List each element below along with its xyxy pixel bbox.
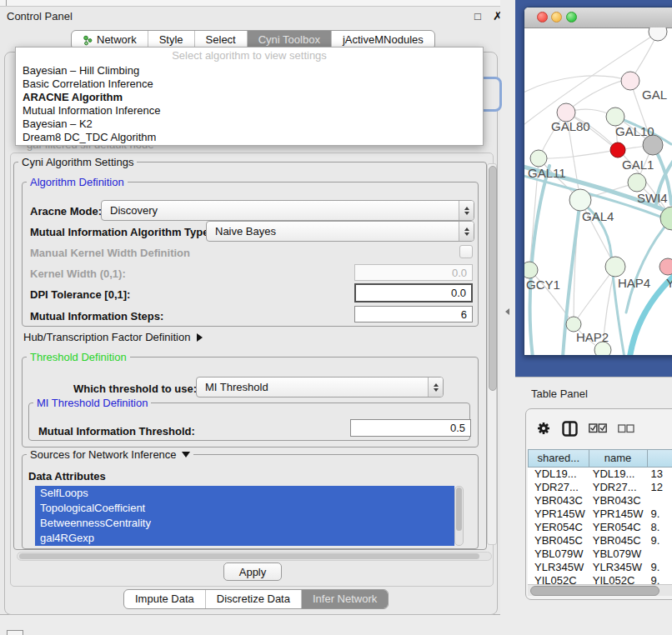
node-label: GAL1 xyxy=(622,158,654,172)
network-edge[interactable] xyxy=(524,76,630,94)
select-checkboxes-icon[interactable] xyxy=(589,423,607,433)
columns-icon[interactable] xyxy=(562,421,578,437)
attribute-item-topologicalcoefficient[interactable]: TopologicalCoefficient xyxy=(35,501,454,516)
node-label: SWI4 xyxy=(637,191,668,205)
table-cell: YER054C xyxy=(589,521,648,534)
network-window-titlebar[interactable] xyxy=(524,8,672,28)
table-cell: YIL052C xyxy=(589,574,648,584)
algorithm-dropdown: Select algorithm to view settings Bayesi… xyxy=(15,47,484,146)
bottom-left-widget[interactable] xyxy=(7,630,23,635)
attributes-scrollbar-thumb[interactable] xyxy=(456,488,462,531)
hub-definition-expander[interactable]: Hub/Transcription Factor Definition xyxy=(23,331,203,343)
network-node[interactable] xyxy=(606,108,624,126)
apply-button[interactable]: Apply xyxy=(223,562,282,581)
table-horizontal-scrollbar[interactable] xyxy=(528,584,672,596)
attributes-scrollbar[interactable] xyxy=(454,486,464,546)
bottom-tab-impute-data[interactable]: Impute Data xyxy=(124,590,205,608)
network-node[interactable] xyxy=(621,72,639,90)
network-node[interactable] xyxy=(569,189,591,211)
attribute-item-selfloops[interactable]: SelfLoops xyxy=(35,486,454,501)
column-header-extra[interactable] xyxy=(648,449,672,468)
algorithm-option-bayesian-k2[interactable]: Bayesian – K2 xyxy=(16,118,483,131)
kernel-width-field[interactable]: 0.0 xyxy=(354,264,473,281)
bottom-tab-infer-network[interactable]: Infer Network xyxy=(301,590,388,608)
table-cell: YPR145W xyxy=(589,508,648,521)
algorithm-option-dream8-dc-tdc-algorithm[interactable]: Dream8 DC_TDC Algorithm xyxy=(16,131,483,144)
aracne-mode-value: Discovery xyxy=(102,204,459,217)
network-node[interactable] xyxy=(610,142,625,158)
table-row[interactable]: YER054CYER054C8. xyxy=(528,521,672,534)
algorithm-options-list: Bayesian – Hill ClimbingBasic Correlatio… xyxy=(16,64,483,144)
attribute-item-betweennesscentrality[interactable]: BetweennessCentrality xyxy=(35,516,454,531)
network-node[interactable] xyxy=(605,257,625,277)
table-row[interactable]: YDR27...YDR27...12 xyxy=(528,481,672,494)
network-node[interactable] xyxy=(628,173,646,192)
settings-horizontal-scrollbar[interactable] xyxy=(17,552,492,561)
control-panel-titlebar: Control Panel □ ✗ xyxy=(0,7,500,27)
mi-steps-label: Mutual Information Steps: xyxy=(30,310,163,322)
tab-label: Infer Network xyxy=(313,590,377,608)
network-window[interactable]: GALGAL80GAL10GAL1GAL11SWI4GAL4HAP4YGCY1H… xyxy=(524,7,672,356)
node-label: HAP2 xyxy=(576,330,609,344)
algorithm-option-bayesian-hill-climbing[interactable]: Bayesian – Hill Climbing xyxy=(16,64,483,78)
network-edge[interactable] xyxy=(530,166,549,355)
network-canvas[interactable]: GALGAL80GAL10GAL1GAL11SWI4GAL4HAP4YGCY1H… xyxy=(524,28,672,355)
table-cell: 9. xyxy=(648,561,672,574)
gear-icon[interactable] xyxy=(536,421,551,436)
algorithm-option-basic-correlation-inference[interactable]: Basic Correlation Inference xyxy=(16,78,483,91)
table-row[interactable]: YBR045CYBR045C9. xyxy=(528,534,672,548)
manual-kernel-label: Manual Kernel Width Definition xyxy=(30,247,190,259)
settings-hscroll-thumb[interactable] xyxy=(19,553,479,559)
settings-vertical-scrollbar[interactable] xyxy=(487,163,497,545)
manual-kernel-checkbox[interactable] xyxy=(459,245,473,258)
collapse-icon[interactable] xyxy=(182,452,190,458)
algorithm-dropdown-placeholder: Select algorithm to view settings xyxy=(16,48,483,64)
node-label: GAL10 xyxy=(615,124,654,138)
table-row[interactable]: YPR145WYPR145W9. xyxy=(528,508,672,521)
stepper-arrows-icon xyxy=(459,222,474,241)
table-hscroll-thumb[interactable] xyxy=(530,586,659,596)
aracne-mode-select[interactable]: Discovery xyxy=(101,200,474,221)
table-row[interactable]: YBR043CYBR043C xyxy=(528,494,672,508)
hub-definition-label: Hub/Transcription Factor Definition xyxy=(23,331,190,343)
mi-type-label: Mutual Information Algorithm Type: xyxy=(30,226,213,238)
table-header-row: shared...name xyxy=(528,449,672,468)
dpi-tolerance-field[interactable]: 0.0 xyxy=(354,283,473,302)
table-row[interactable]: YBL079WYBL079W xyxy=(528,548,672,561)
table-cell xyxy=(648,494,672,508)
network-node[interactable] xyxy=(659,258,672,275)
zoom-window-icon[interactable] xyxy=(566,12,577,22)
which-threshold-value: MI Threshold xyxy=(197,381,428,393)
table-cell: 9. xyxy=(648,508,672,521)
panel-divider[interactable] xyxy=(500,0,515,635)
algorithm-option-mutual-information-inference[interactable]: Mutual Information Inference xyxy=(16,104,483,118)
table-panel-window: shared...name YDL19...YDL19...13YDR27...… xyxy=(525,408,672,600)
column-header-shared[interactable]: shared... xyxy=(528,449,589,468)
float-panel-icon[interactable]: □ xyxy=(474,10,481,22)
network-node[interactable] xyxy=(649,28,667,41)
mi-threshold-field[interactable]: 0.5 xyxy=(350,419,471,437)
minimize-window-icon[interactable] xyxy=(551,12,562,22)
mi-steps-field[interactable]: 6 xyxy=(354,306,473,322)
which-threshold-select[interactable]: MI Threshold xyxy=(196,377,444,398)
network-edge[interactable] xyxy=(566,80,630,112)
table-row[interactable]: YLR345WYLR345W9. xyxy=(528,561,672,574)
table-row[interactable]: YIL052CYIL052C9. xyxy=(528,574,672,584)
table-cell: YBL079W xyxy=(528,548,589,561)
which-threshold-label: Which threshold to use: xyxy=(73,382,197,395)
table-row[interactable]: YDL19...YDL19...13 xyxy=(528,468,672,481)
clear-checkboxes-icon[interactable] xyxy=(618,424,634,433)
stepper-arrows-icon xyxy=(428,378,443,397)
table-cell xyxy=(648,548,672,561)
algorithm-option-aracne-algorithm[interactable]: ARACNE Algorithm xyxy=(16,91,483,104)
network-node[interactable] xyxy=(524,262,538,278)
attribute-item-gal4rgexp[interactable]: gal4RGexp xyxy=(35,531,454,546)
column-header-name[interactable]: name xyxy=(589,449,648,468)
bottom-tab-discretize-data[interactable]: Discretize Data xyxy=(205,590,301,608)
settings-vscroll-thumb[interactable] xyxy=(489,166,497,391)
collapse-left-icon[interactable] xyxy=(505,308,509,315)
close-window-icon[interactable] xyxy=(537,12,548,22)
network-node[interactable] xyxy=(530,150,547,167)
mi-type-select[interactable]: Naive Bayes xyxy=(206,221,474,242)
network-edge[interactable] xyxy=(539,150,618,158)
